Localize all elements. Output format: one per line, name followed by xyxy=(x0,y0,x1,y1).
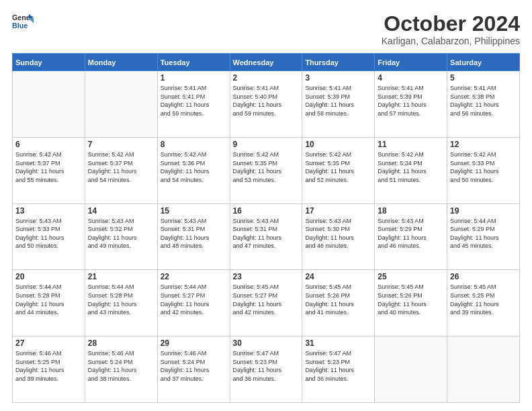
day-number: 25 xyxy=(378,272,444,281)
day-number: 19 xyxy=(450,206,517,216)
title-block: October 2024 Karligan, Calabarzon, Phili… xyxy=(382,12,520,46)
table-row: 22Sunrise: 5:44 AM Sunset: 5:27 PM Dayli… xyxy=(157,270,230,336)
day-number: 22 xyxy=(161,272,227,281)
day-number: 29 xyxy=(161,338,227,348)
table-row: 11Sunrise: 5:42 AM Sunset: 5:34 PM Dayli… xyxy=(375,137,447,203)
col-sunday: Sunday xyxy=(13,54,85,71)
day-info: Sunrise: 5:47 AM Sunset: 5:23 PM Dayligh… xyxy=(305,349,371,383)
day-info: Sunrise: 5:47 AM Sunset: 5:23 PM Dayligh… xyxy=(233,349,300,383)
day-info: Sunrise: 5:41 AM Sunset: 5:41 PM Dayligh… xyxy=(161,84,227,118)
table-row: 20Sunrise: 5:44 AM Sunset: 5:28 PM Dayli… xyxy=(13,270,85,336)
day-number: 10 xyxy=(305,140,371,149)
calendar-week-row: 13Sunrise: 5:43 AM Sunset: 5:33 PM Dayli… xyxy=(13,203,520,270)
day-number: 20 xyxy=(15,272,82,281)
header: General Blue October 2024 Karligan, Cala… xyxy=(12,12,520,46)
day-number: 30 xyxy=(233,338,300,348)
day-info: Sunrise: 5:42 AM Sunset: 5:34 PM Dayligh… xyxy=(378,150,444,184)
day-info: Sunrise: 5:43 AM Sunset: 5:33 PM Dayligh… xyxy=(15,217,82,250)
day-info: Sunrise: 5:42 AM Sunset: 5:35 PM Dayligh… xyxy=(305,150,371,184)
col-friday: Friday xyxy=(375,54,447,71)
col-thursday: Thursday xyxy=(302,54,375,71)
table-row: 8Sunrise: 5:42 AM Sunset: 5:36 PM Daylig… xyxy=(157,137,230,203)
table-row: 4Sunrise: 5:41 AM Sunset: 5:39 PM Daylig… xyxy=(375,71,447,138)
day-number: 26 xyxy=(450,272,517,281)
table-row xyxy=(13,71,85,138)
day-number: 3 xyxy=(305,73,371,83)
table-row: 15Sunrise: 5:43 AM Sunset: 5:31 PM Dayli… xyxy=(157,203,230,270)
table-row: 26Sunrise: 5:45 AM Sunset: 5:25 PM Dayli… xyxy=(447,270,520,336)
day-number: 24 xyxy=(305,272,371,281)
day-number: 18 xyxy=(378,206,444,216)
day-number: 7 xyxy=(88,140,154,149)
table-row: 25Sunrise: 5:45 AM Sunset: 5:26 PM Dayli… xyxy=(375,270,447,336)
day-number: 5 xyxy=(450,73,517,83)
day-number: 17 xyxy=(305,206,371,216)
table-row: 13Sunrise: 5:43 AM Sunset: 5:33 PM Dayli… xyxy=(13,203,85,270)
day-number: 12 xyxy=(450,140,517,149)
day-number: 28 xyxy=(88,338,154,348)
day-info: Sunrise: 5:41 AM Sunset: 5:39 PM Dayligh… xyxy=(305,84,371,118)
calendar-table: Sunday Monday Tuesday Wednesday Thursday… xyxy=(12,53,520,403)
col-tuesday: Tuesday xyxy=(157,54,230,71)
calendar-week-row: 6Sunrise: 5:42 AM Sunset: 5:37 PM Daylig… xyxy=(13,137,520,203)
calendar-week-row: 20Sunrise: 5:44 AM Sunset: 5:28 PM Dayli… xyxy=(13,270,520,336)
table-row: 14Sunrise: 5:43 AM Sunset: 5:32 PM Dayli… xyxy=(85,203,157,270)
day-number: 23 xyxy=(233,272,300,281)
table-row: 5Sunrise: 5:41 AM Sunset: 5:38 PM Daylig… xyxy=(447,71,520,138)
day-number: 27 xyxy=(15,338,82,348)
table-row: 2Sunrise: 5:41 AM Sunset: 5:40 PM Daylig… xyxy=(230,71,302,138)
day-number: 8 xyxy=(161,140,227,149)
table-row: 7Sunrise: 5:42 AM Sunset: 5:37 PM Daylig… xyxy=(85,137,157,203)
day-number: 2 xyxy=(233,73,300,83)
day-number: 13 xyxy=(15,206,82,216)
day-info: Sunrise: 5:41 AM Sunset: 5:40 PM Dayligh… xyxy=(233,84,300,118)
table-row: 12Sunrise: 5:42 AM Sunset: 5:33 PM Dayli… xyxy=(447,137,520,203)
table-row xyxy=(447,336,520,403)
day-info: Sunrise: 5:42 AM Sunset: 5:37 PM Dayligh… xyxy=(88,150,154,184)
day-info: Sunrise: 5:42 AM Sunset: 5:35 PM Dayligh… xyxy=(233,150,300,184)
day-number: 14 xyxy=(88,206,154,216)
table-row: 23Sunrise: 5:45 AM Sunset: 5:27 PM Dayli… xyxy=(230,270,302,336)
svg-text:Blue: Blue xyxy=(12,21,28,30)
table-row: 10Sunrise: 5:42 AM Sunset: 5:35 PM Dayli… xyxy=(302,137,375,203)
day-info: Sunrise: 5:43 AM Sunset: 5:29 PM Dayligh… xyxy=(378,217,444,250)
day-info: Sunrise: 5:45 AM Sunset: 5:27 PM Dayligh… xyxy=(233,283,300,316)
day-info: Sunrise: 5:42 AM Sunset: 5:37 PM Dayligh… xyxy=(15,150,82,184)
day-number: 4 xyxy=(378,73,444,83)
logo: General Blue xyxy=(12,12,34,31)
day-info: Sunrise: 5:41 AM Sunset: 5:38 PM Dayligh… xyxy=(450,84,517,118)
table-row: 21Sunrise: 5:44 AM Sunset: 5:28 PM Dayli… xyxy=(85,270,157,336)
day-number: 6 xyxy=(15,140,82,149)
page: General Blue October 2024 Karligan, Cala… xyxy=(0,0,532,411)
day-info: Sunrise: 5:43 AM Sunset: 5:31 PM Dayligh… xyxy=(233,217,300,250)
subtitle: Karligan, Calabarzon, Philippines xyxy=(382,36,520,46)
table-row: 16Sunrise: 5:43 AM Sunset: 5:31 PM Dayli… xyxy=(230,203,302,270)
calendar-week-row: 27Sunrise: 5:46 AM Sunset: 5:25 PM Dayli… xyxy=(13,336,520,403)
table-row xyxy=(85,71,157,138)
logo-icon: General Blue xyxy=(12,12,34,31)
day-info: Sunrise: 5:46 AM Sunset: 5:25 PM Dayligh… xyxy=(15,349,82,383)
calendar-header-row: Sunday Monday Tuesday Wednesday Thursday… xyxy=(13,54,520,71)
table-row xyxy=(375,336,447,403)
day-info: Sunrise: 5:44 AM Sunset: 5:29 PM Dayligh… xyxy=(450,217,517,250)
day-info: Sunrise: 5:45 AM Sunset: 5:26 PM Dayligh… xyxy=(378,283,444,316)
table-row: 30Sunrise: 5:47 AM Sunset: 5:23 PM Dayli… xyxy=(230,336,302,403)
day-info: Sunrise: 5:44 AM Sunset: 5:28 PM Dayligh… xyxy=(15,283,82,316)
table-row: 17Sunrise: 5:43 AM Sunset: 5:30 PM Dayli… xyxy=(302,203,375,270)
day-number: 9 xyxy=(233,140,300,149)
day-info: Sunrise: 5:44 AM Sunset: 5:27 PM Dayligh… xyxy=(161,283,227,316)
table-row: 1Sunrise: 5:41 AM Sunset: 5:41 PM Daylig… xyxy=(157,71,230,138)
table-row: 6Sunrise: 5:42 AM Sunset: 5:37 PM Daylig… xyxy=(13,137,85,203)
day-info: Sunrise: 5:43 AM Sunset: 5:32 PM Dayligh… xyxy=(88,217,154,250)
day-number: 16 xyxy=(233,206,300,216)
calendar-week-row: 1Sunrise: 5:41 AM Sunset: 5:41 PM Daylig… xyxy=(13,71,520,138)
col-saturday: Saturday xyxy=(447,54,520,71)
day-number: 21 xyxy=(88,272,154,281)
table-row: 18Sunrise: 5:43 AM Sunset: 5:29 PM Dayli… xyxy=(375,203,447,270)
day-info: Sunrise: 5:45 AM Sunset: 5:25 PM Dayligh… xyxy=(450,283,517,316)
day-info: Sunrise: 5:44 AM Sunset: 5:28 PM Dayligh… xyxy=(88,283,154,316)
table-row: 19Sunrise: 5:44 AM Sunset: 5:29 PM Dayli… xyxy=(447,203,520,270)
day-info: Sunrise: 5:42 AM Sunset: 5:33 PM Dayligh… xyxy=(450,150,517,184)
day-info: Sunrise: 5:41 AM Sunset: 5:39 PM Dayligh… xyxy=(378,84,444,118)
month-title: October 2024 xyxy=(382,12,520,36)
